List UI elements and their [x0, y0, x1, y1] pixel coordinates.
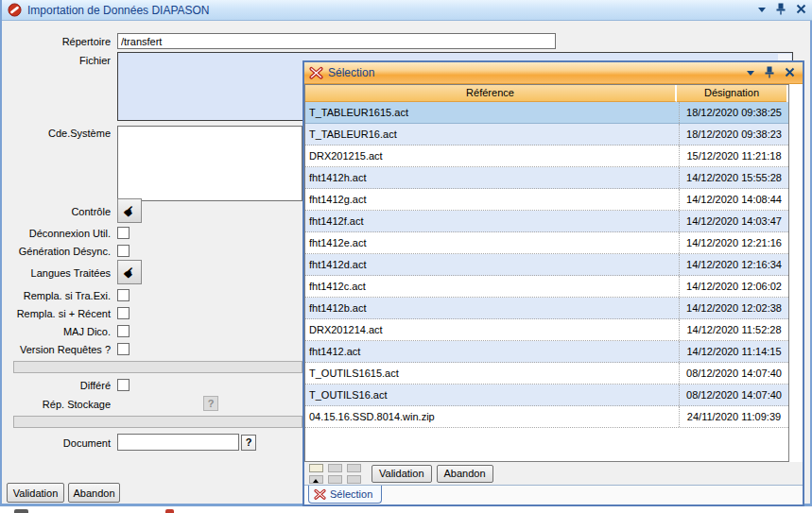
validation-button[interactable]: Validation: [7, 483, 64, 503]
langues-traitees-button[interactable]: ☛: [117, 260, 142, 284]
version-requetes-checkbox[interactable]: [117, 343, 130, 355]
cell-reference[interactable]: T_TABLEUR16.act: [305, 124, 679, 145]
cell-reference[interactable]: T_OUTILS1615.act: [305, 363, 679, 384]
repertoire-input[interactable]: [117, 33, 556, 49]
selection-table: Référence Désignation T_TABLEUR1615.act …: [304, 84, 789, 462]
table-row[interactable]: T_OUTILS16.act 08/12/2020 14:07:40: [305, 385, 788, 406]
selection-icon: [314, 488, 326, 501]
differe-checkbox[interactable]: [117, 379, 130, 391]
cell-reference[interactable]: T_TABLEUR1615.act: [305, 102, 679, 123]
selection-controls: Validation Abandon: [304, 462, 803, 485]
cell-reference[interactable]: fht1412b.act: [305, 298, 679, 318]
table-row[interactable]: DRX201214.act 14/12/2020 11:52:28: [305, 319, 788, 341]
controle-button[interactable]: ☛: [117, 198, 142, 223]
cell-designation[interactable]: 14/12/2020 11:14:15: [679, 341, 788, 362]
table-row[interactable]: fht1412b.act 14/12/2020 12:02:38: [305, 298, 788, 319]
column-header-reference[interactable]: Référence: [305, 85, 677, 102]
selection-validation-button[interactable]: Validation: [371, 465, 432, 483]
triangle-up-icon: [313, 476, 319, 483]
document-help-button[interactable]: ?: [241, 435, 256, 451]
maj-dico-checkbox[interactable]: [117, 325, 130, 337]
pin-icon[interactable]: [776, 3, 786, 17]
cell-designation[interactable]: 08/12/2020 14:07:40: [679, 385, 788, 405]
cell-reference[interactable]: fht1412c.act: [305, 276, 679, 297]
close-icon[interactable]: [796, 4, 806, 16]
cell-designation[interactable]: 08/12/2020 14:07:40: [679, 363, 788, 384]
nav-cell-up[interactable]: [309, 475, 323, 484]
tab-label: Sélection: [330, 488, 372, 500]
selection-window: Sélection Référence: [302, 60, 804, 506]
table-row[interactable]: fht1412c.act 14/12/2020 12:06:02: [305, 276, 788, 298]
version-requetes-label: Version Requêtes ?: [2, 343, 111, 356]
column-header-designation[interactable]: Désignation: [677, 85, 786, 102]
table-row[interactable]: T_OUTILS1615.act 08/12/2020 14:07:40: [305, 363, 788, 385]
cell-reference[interactable]: fht1412g.act: [305, 189, 679, 210]
rempla-si-tra-exi-checkbox[interactable]: [117, 289, 130, 301]
table-row[interactable]: fht1412.act 14/12/2020 11:14:15: [305, 341, 788, 363]
cell-designation[interactable]: 14/12/2020 14:03:47: [679, 211, 788, 231]
cell-designation[interactable]: 24/11/2020 11:09:39: [679, 406, 788, 427]
cell-reference[interactable]: T_OUTILS16.act: [305, 385, 679, 405]
import-window-titlebar[interactable]: Importation de Données DIAPASON: [2, 0, 812, 21]
selection-abandon-button[interactable]: Abandon: [437, 465, 493, 483]
hand-pointer-icon: ☛: [120, 201, 139, 220]
cell-reference[interactable]: fht1412d.act: [305, 254, 679, 275]
background-window-strip: [0, 506, 812, 513]
cell-reference[interactable]: DRX201214.act: [305, 319, 679, 340]
table-row[interactable]: fht1412e.act 14/12/2020 12:21:16: [305, 232, 788, 254]
cde-systeme-textarea[interactable]: [117, 126, 302, 201]
table-row[interactable]: T_TABLEUR16.act 18/12/2020 09:38:23: [305, 124, 788, 145]
cell-designation[interactable]: 15/12/2020 11:21:18: [679, 145, 788, 166]
generation-desync-checkbox[interactable]: [117, 245, 130, 257]
cell-reference[interactable]: fht1412h.act: [305, 167, 679, 188]
background-icon-fragment: [14, 509, 28, 513]
rep-stockage-help-button[interactable]: ?: [203, 396, 218, 411]
document-input[interactable]: [117, 434, 239, 451]
window-title: Sélection: [328, 66, 747, 79]
chevron-down-icon[interactable]: [758, 8, 766, 16]
fichier-label: Fichier: [2, 54, 111, 67]
document-label: Document: [2, 436, 111, 450]
selection-table-header: Référence Désignation: [305, 85, 788, 102]
nav-cell[interactable]: [347, 475, 361, 484]
rep-stockage-label: Rép. Stockage: [2, 398, 111, 411]
differe-label: Différé: [2, 379, 111, 392]
nav-cell[interactable]: [309, 464, 323, 472]
table-row[interactable]: fht1412g.act 14/12/2020 14:08:44: [305, 189, 788, 211]
cell-designation[interactable]: 14/12/2020 14:08:44: [679, 189, 788, 210]
tab-selection[interactable]: Sélection: [308, 486, 382, 504]
table-row[interactable]: fht1412d.act 14/12/2020 12:16:34: [305, 254, 788, 276]
cell-designation[interactable]: 18/12/2020 09:38:23: [679, 124, 788, 145]
table-row[interactable]: 04.15.16.SSD.8014.win.zip 24/11/2020 11:…: [305, 406, 788, 428]
selection-window-titlebar[interactable]: Sélection: [304, 62, 803, 84]
close-icon[interactable]: [785, 67, 795, 79]
cell-reference[interactable]: fht1412e.act: [305, 232, 679, 253]
table-row[interactable]: fht1412h.act 14/12/2020 15:55:28: [305, 167, 788, 189]
nav-cell[interactable]: [328, 464, 342, 472]
cell-reference[interactable]: fht1412.act: [305, 341, 679, 362]
cell-designation[interactable]: 14/12/2020 15:55:28: [679, 167, 788, 188]
deconnexion-label: Déconnexion Util.: [2, 227, 111, 240]
chevron-down-icon[interactable]: [747, 71, 754, 79]
cell-designation[interactable]: 14/12/2020 11:52:28: [679, 319, 788, 340]
cell-designation[interactable]: 18/12/2020 09:38:25: [679, 102, 788, 123]
cell-designation[interactable]: 14/12/2020 12:06:02: [679, 276, 788, 297]
cell-designation[interactable]: 14/12/2020 12:16:34: [679, 254, 788, 275]
abandon-button[interactable]: Abandon: [68, 483, 120, 503]
cell-reference[interactable]: DRX201215.act: [305, 145, 679, 166]
rempla-si-tra-exi-label: Rempla. si Tra.Exi.: [2, 289, 111, 302]
nav-cell[interactable]: [328, 475, 342, 484]
selection-table-body: T_TABLEUR1615.act 18/12/2020 09:38:25 T_…: [305, 102, 788, 428]
cell-reference[interactable]: fht1412f.act: [305, 211, 679, 231]
table-row[interactable]: T_TABLEUR1615.act 18/12/2020 09:38:25: [305, 102, 788, 124]
cell-designation[interactable]: 14/12/2020 12:02:38: [679, 298, 788, 318]
record-navigation-grid: [309, 464, 361, 484]
pin-icon[interactable]: [765, 66, 774, 80]
rempla-si-recent-checkbox[interactable]: [117, 307, 130, 319]
table-row[interactable]: DRX201215.act 15/12/2020 11:21:18: [305, 145, 788, 167]
cell-designation[interactable]: 14/12/2020 12:21:16: [679, 232, 788, 253]
deconnexion-checkbox[interactable]: [117, 227, 130, 239]
nav-cell[interactable]: [347, 464, 361, 472]
table-row[interactable]: fht1412f.act 14/12/2020 14:03:47: [305, 211, 788, 232]
cell-reference[interactable]: 04.15.16.SSD.8014.win.zip: [305, 406, 679, 427]
